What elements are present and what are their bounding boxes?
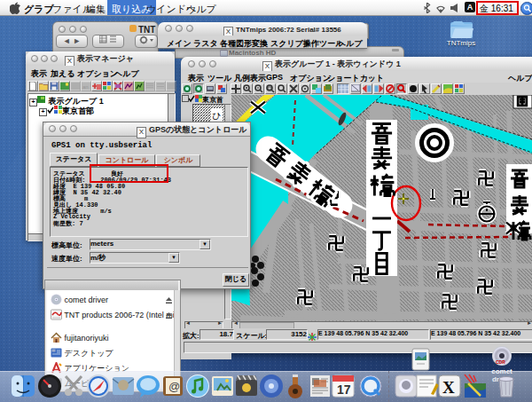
svg-text:@: @ xyxy=(168,380,180,393)
svg-text:ひ: ひ xyxy=(212,111,221,121)
svg-text:17: 17 xyxy=(337,382,351,397)
svg-text:an: an xyxy=(82,84,89,90)
svg-text:X: X xyxy=(442,378,455,397)
svg-text:CDR: CDR xyxy=(496,359,505,365)
